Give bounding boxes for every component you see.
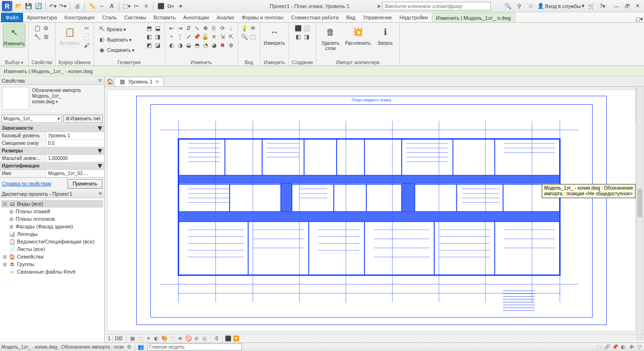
- home-tab-icon[interactable]: 🏠: [106, 77, 114, 86]
- status-icon-1[interactable]: ⚙: [126, 344, 132, 351]
- tree-legends[interactable]: 📊Легенды: [1, 230, 103, 238]
- mod-icon-b[interactable]: ◑: [176, 42, 184, 49]
- measure-icon[interactable]: 📏: [88, 2, 96, 10]
- pin-icon[interactable]: 📌: [193, 33, 201, 41]
- sync-icon[interactable]: 🔄: [34, 2, 42, 10]
- tab-manage[interactable]: Управление: [359, 13, 396, 22]
- file-tab[interactable]: Файл: [1, 13, 23, 22]
- prop-base-offset[interactable]: Смещение снизу0.0: [0, 140, 104, 147]
- prop-instance-scale[interactable]: Масштаб экзем...1.000000: [0, 155, 104, 162]
- unpin-icon[interactable]: 🔓: [202, 33, 209, 41]
- geom-icon-2[interactable]: ⬓: [154, 25, 162, 32]
- open-icon[interactable]: 📂: [14, 2, 23, 10]
- worksharing-icon[interactable]: ⬛: [225, 335, 231, 342]
- tab-structure[interactable]: Конструкция: [61, 13, 99, 22]
- properties-help-link[interactable]: Справка по свойствам: [2, 181, 51, 186]
- status-pin-icon[interactable]: 📌: [612, 344, 619, 351]
- tree-sheets[interactable]: 📄Листы (все): [1, 245, 103, 253]
- rendering-icon[interactable]: 🎨: [161, 335, 168, 342]
- delete-icon[interactable]: ✕: [210, 33, 218, 41]
- query-button[interactable]: ℹ Запрос: [374, 24, 396, 47]
- mod-icon-f[interactable]: ◕: [210, 42, 218, 49]
- switch-win-icon[interactable]: ⧉▾: [166, 2, 175, 10]
- cope-button[interactable]: ⛏Врезка ▾: [97, 25, 144, 34]
- search-icon[interactable]: 🔍: [504, 2, 513, 10]
- tree-groups[interactable]: ⊞⧉Группы: [1, 260, 103, 268]
- ext-icon[interactable]: ⇲: [219, 33, 226, 41]
- text-icon[interactable]: A: [107, 2, 116, 10]
- login-link[interactable]: 👤 Вход в службы ▾: [537, 3, 585, 9]
- print-icon[interactable]: 🖨: [73, 2, 82, 10]
- search-input[interactable]: [382, 2, 491, 10]
- mirror-icon[interactable]: ⇵: [185, 25, 192, 32]
- active-workset[interactable]: Главная модель: [148, 343, 242, 351]
- drawing-canvas[interactable]: План первого этажа: [107, 90, 636, 331]
- tab-systems[interactable]: Системы: [121, 13, 150, 22]
- tab-insert[interactable]: Вставить: [150, 13, 180, 22]
- mirror2-icon[interactable]: ⤡: [193, 25, 201, 32]
- project-browser-close-icon[interactable]: ✕: [98, 191, 102, 197]
- create-icon-2[interactable]: ⬜: [303, 25, 310, 32]
- cat-constraints[interactable]: Зависимости⯆: [0, 125, 104, 132]
- type-prop-icon[interactable]: 📋: [34, 25, 41, 32]
- redo-icon[interactable]: ↷▾: [58, 2, 67, 10]
- mod-icon-g[interactable]: ✖: [219, 42, 226, 49]
- properties-close-icon[interactable]: ✕: [98, 77, 102, 84]
- status-icon-2[interactable]: 👥: [138, 344, 144, 351]
- modify-select-button[interactable]: ↖ Изменить: [3, 24, 25, 48]
- type-prop2-icon[interactable]: ⚙: [42, 25, 50, 32]
- tree-elevations[interactable]: ⊞Фасады (Фасад здания): [1, 223, 103, 230]
- geom-icon-5[interactable]: ◩: [146, 42, 153, 49]
- delete-layers-button[interactable]: 🗑 Удалитьслои: [319, 24, 342, 52]
- tree-ceiling-plans[interactable]: ⊞Планы потолков: [1, 215, 103, 223]
- mod-icon-h[interactable]: ⊕: [227, 42, 235, 49]
- section-icon[interactable]: ✂: [132, 2, 140, 10]
- cat-identity[interactable]: Идентификация⯆: [0, 162, 104, 170]
- cut-small-icon[interactable]: ✂: [83, 25, 91, 32]
- status-select-icon[interactable]: ⬚: [596, 344, 603, 351]
- tab-collab[interactable]: Совместная работа: [287, 13, 342, 22]
- tree-families[interactable]: ⊞🏠Семейства: [1, 253, 103, 260]
- temp-hide-icon[interactable]: ⊘: [193, 335, 200, 342]
- crop-show-icon[interactable]: 👁: [177, 335, 184, 342]
- mod-icon-d[interactable]: ◓: [193, 42, 201, 49]
- shadows-icon[interactable]: ◐: [153, 335, 160, 342]
- hide-icon[interactable]: 🚫: [185, 335, 192, 342]
- join-button[interactable]: ◉Соединить ▾: [97, 45, 144, 55]
- tree-views[interactable]: ⊟🗂Виды (все): [1, 200, 103, 208]
- create-icon-4[interactable]: ◨: [303, 33, 310, 41]
- prop-icon[interactable]: 🔧: [34, 33, 41, 41]
- reveal-icon[interactable]: ◎: [201, 335, 208, 342]
- close-button[interactable]: ✕: [633, 2, 642, 10]
- thin-lines-icon[interactable]: ≡: [142, 2, 150, 10]
- mod-icon-c[interactable]: ◒: [185, 42, 192, 49]
- tab-massing[interactable]: Формы и генплан: [238, 13, 288, 22]
- exchange-icon[interactable]: 🛒: [586, 2, 596, 10]
- status-filter2-icon[interactable]: ▽: [636, 344, 643, 351]
- ribbon-collapse-icon[interactable]: ▢▾: [635, 16, 644, 22]
- tab-view[interactable]: Вид: [342, 13, 359, 22]
- tree-revit-links[interactable]: ∞Связанные файлы Revit: [1, 268, 103, 276]
- apply-button[interactable]: Применить: [67, 179, 102, 189]
- explode-button[interactable]: 💥 Расчленить: [347, 24, 369, 47]
- cat-dimensions[interactable]: Размеры⯆: [0, 147, 104, 155]
- tree-schedules[interactable]: 📋Ведомости/Спецификации (все): [1, 238, 103, 245]
- prop-base-level[interactable]: Базовый уровеньУровень 1: [0, 132, 104, 140]
- tree-floor-plans[interactable]: ⊞Планы этажей: [1, 208, 103, 215]
- copy2-icon[interactable]: ⎘: [210, 25, 218, 32]
- keynote-icon[interactable]: ⚲: [515, 2, 524, 10]
- view-icon-1[interactable]: 💡: [241, 25, 248, 32]
- cut-geom-button[interactable]: ◐Вырезать ▾: [97, 35, 144, 44]
- paste-button[interactable]: 📋 Вставить: [58, 24, 81, 47]
- vertical-scrollbar[interactable]: [636, 88, 643, 340]
- undo-icon[interactable]: ↶▾: [49, 2, 57, 10]
- type-selector[interactable]: Модель_1эт_▾: [1, 115, 62, 123]
- view-icon-3[interactable]: 🔍: [241, 33, 248, 41]
- status-link-icon[interactable]: 🔗: [604, 344, 611, 351]
- tab-addins[interactable]: Надстройки: [396, 13, 431, 22]
- 3d-icon[interactable]: ⬚▾: [122, 2, 131, 10]
- save-icon[interactable]: 💾: [24, 2, 33, 10]
- mod-icon-e[interactable]: ◔: [202, 42, 209, 49]
- help-icon[interactable]: ?▾: [598, 2, 607, 10]
- create-icon-3[interactable]: ◧: [294, 33, 302, 41]
